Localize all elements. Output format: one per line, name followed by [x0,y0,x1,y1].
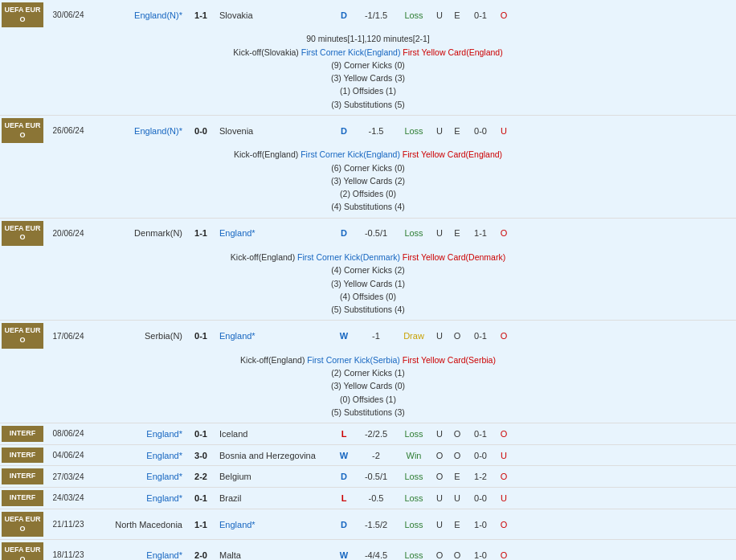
competition-badge: INTERF [2,468,43,484]
away-team: Bosnia and Herzegovina [216,451,333,460]
match-row: INTERF 04/06/24 England* 3-0 Bosnia and … [0,445,736,466]
last-cell: O [495,520,513,529]
away-team: Slovakia [216,10,333,20]
match-date: 20/06/24 [43,229,93,238]
match-date: 04/06/24 [43,451,93,460]
ou-cell: O [431,451,448,460]
match-row: INTERF 24/03/24 England* 0-1 Brazil L -0… [0,488,736,509]
ou-cell: U [431,228,448,238]
competition-badge: INTERF [2,490,43,506]
handicap: -0.5/1 [355,228,397,238]
competition-badge: INTERF [2,448,43,464]
eu-cell: E [448,10,466,20]
match-row: INTERF 27/03/24 England* 2-2 Belgium D -… [0,466,736,487]
eu-cell: O [448,451,466,460]
match-date: 24/03/24 [43,493,93,502]
match-result: D [333,228,355,238]
ou-cell: U [431,331,448,341]
competition-badge: UEFA EUR O [2,118,43,143]
corners-score: 0-0 [466,493,495,503]
match-row: UEFA EUR O 18/11/23 England* 2-0 Malta W… [0,540,736,560]
corners-score: 0-1 [466,331,495,341]
competition-badge: UEFA EUR O [2,542,43,560]
eu-cell: E [448,472,466,481]
eu-cell: O [448,429,466,439]
match-row: UEFA EUR O 21/11/23 North Macedonia 1-1 … [0,509,736,539]
corners-score: 1-1 [466,228,495,238]
match-score: 3-0 [186,451,216,460]
match-date: 08/06/24 [43,429,93,438]
win-loss: Draw [397,331,431,341]
match-row: UEFA EUR O 20/06/24 Denmark(N) 1-1 Engla… [0,219,736,248]
eu-cell: E [448,520,466,529]
win-loss: Loss [397,228,431,238]
ou-cell: U [431,520,448,529]
win-loss: Loss [397,472,431,481]
last-cell: U [495,451,513,460]
match-score: 1-1 [186,520,216,529]
simple-match-block: INTERF 08/06/24 England* 0-1 Iceland L -… [0,423,736,445]
match-score: 1-1 [186,228,216,238]
handicap: -2 [355,451,397,460]
home-team: England* [93,472,186,481]
last-cell: U [495,126,513,136]
match-result: L [333,493,355,503]
match-result: W [333,451,355,460]
match-date: 30/06/24 [43,10,93,19]
last-cell: O [495,472,513,481]
ou-cell: U [431,10,448,20]
away-team: England* [216,228,333,238]
match-row: UEFA EUR O 26/06/24 England(N)* 0-0 Slov… [0,116,736,145]
handicap: -1.5 [355,126,397,136]
home-team: England* [93,493,186,503]
match-date: 17/06/24 [43,332,93,341]
match-row: UEFA EUR O 17/06/24 Serbia(N) 0-1 Englan… [0,321,736,350]
match-result: D [333,126,355,136]
win-loss: Loss [397,520,431,529]
last-cell: O [495,228,513,238]
simple-match-block: UEFA EUR O 21/11/23 North Macedonia 1-1 … [0,509,736,540]
last-cell: O [495,550,513,560]
competition-badge: UEFA EUR O [2,512,43,537]
match-score: 2-0 [186,550,216,560]
ou-cell: U [431,493,448,503]
match-row: UEFA EUR O 30/06/24 England(N)* 1-1 Slov… [0,0,736,30]
eu-cell: O [448,550,466,560]
match-date: 21/11/23 [43,520,93,529]
match-date: 26/06/24 [43,126,93,135]
home-team: Denmark(N) [93,228,186,238]
simple-match-block: INTERF 27/03/24 England* 2-2 Belgium D -… [0,466,736,488]
away-team: Brazil [216,493,333,503]
match-result: W [333,550,355,560]
home-team: Serbia(N) [93,331,186,341]
away-team: Iceland [216,429,333,439]
last-cell: O [495,10,513,20]
competition-badge: UEFA EUR O [2,221,43,246]
match-row: INTERF 08/06/24 England* 0-1 Iceland L -… [0,423,736,444]
ou-cell: O [431,550,448,560]
match-score: 0-0 [186,126,216,136]
home-team: England* [93,429,186,439]
handicap: -1.5/2 [355,520,397,529]
away-team: Malta [216,550,333,560]
eu-cell: E [448,228,466,238]
home-team: England* [93,451,186,460]
handicap: -1 [355,331,397,341]
win-loss: Loss [397,493,431,503]
eu-cell: E [448,126,466,136]
match-block: UEFA EUR O 17/06/24 Serbia(N) 0-1 Englan… [0,321,736,423]
eu-cell: U [448,493,466,503]
ou-cell: U [431,126,448,136]
match-score: 2-2 [186,472,216,481]
win-loss: Loss [397,550,431,560]
away-team: England* [216,331,333,341]
match-score: 0-1 [186,331,216,341]
ou-cell: U [431,429,448,439]
corners-score: 1-2 [466,472,495,481]
eu-cell: O [448,331,466,341]
home-team: North Macedonia [93,520,186,529]
home-team: England(N)* [93,126,186,136]
simple-match-block: INTERF 24/03/24 England* 0-1 Brazil L -0… [0,488,736,509]
corners-score: 0-0 [466,126,495,136]
match-date: 27/03/24 [43,472,93,481]
